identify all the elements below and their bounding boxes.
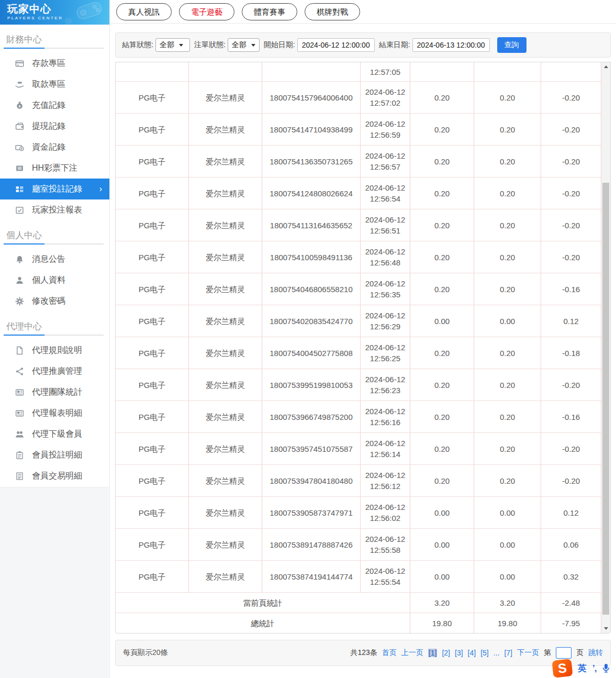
page-link-3[interactable]: [3] [455,649,463,657]
page-summary-label: 當前頁統計 [116,593,410,613]
sidebar-item[interactable]: 代理規則說明 › [0,340,109,361]
order-status-select[interactable]: 全部 [228,38,260,52]
sidebar-item[interactable]: 個人資料 › [0,270,109,291]
first-page-link[interactable]: 首页 [382,648,397,658]
scrollbar-thumb[interactable] [602,183,609,615]
platform-cell: PG电子 [116,561,189,592]
sidebar-item[interactable]: 代理下級會員 › [0,424,109,444]
table-row: PG电子 爱尔兰精灵 1800754020835424770 2024-06-1… [116,305,601,337]
time-cell: 2024-06-1212:56:02 [361,497,410,528]
sidebar-item[interactable]: HH彩票下注 › [0,158,109,179]
platform-cell [116,62,189,81]
time-cell: 2024-06-1212:55:58 [361,529,410,560]
total-summary-winloss: -7.95 [541,613,601,633]
ime-language-indicator[interactable]: 英 [578,662,587,674]
valid-bet-cell [474,62,541,81]
sidebar-item[interactable]: 玩家投注報表 › [0,199,109,220]
sidebar-item[interactable]: 代理團隊統計 › [0,382,109,403]
prev-page-link[interactable]: 上一页 [401,648,423,658]
page-link-2[interactable]: [2] [442,649,450,657]
recharge-icon [15,101,24,110]
table-row: PG电子 爱尔兰精灵 1800754113164635652 2024-06-1… [116,209,601,241]
tab-board-games[interactable]: 棋牌對戰 [305,3,360,20]
bet-amount-cell: 0.00 [410,497,474,528]
sidebar-section-personal: 個人中心 消息公告 › 個人資料 › 修改密碼 › [0,229,109,312]
time-cell: 12:57:05 [361,62,410,81]
order-id-cell: 1800754100598491136 [262,241,361,273]
menu-list-agent: 代理規則說明 › 代理推廣管理 › 代理團隊統計 › 代理報表明細 › 代理下級… [0,340,109,486]
end-date-input[interactable] [412,38,490,52]
page-size-text: 每頁顯示20條 [123,648,168,658]
tab-sports[interactable]: 體育賽事 [242,3,297,20]
sidebar-item[interactable]: 提現記錄 › [0,116,109,137]
table-row: PG电子 爱尔兰精灵 1800754136350731265 2024-06-1… [116,146,601,177]
valid-bet-cell: 0.00 [474,561,541,592]
jump-button[interactable]: 跳转 [588,648,603,658]
time-cell: 2024-06-1212:56:35 [361,273,410,305]
platform-cell: PG电子 [116,114,189,145]
sidebar-item[interactable]: 取款專區 › [0,74,109,95]
total-summary-label: 總統計 [116,613,410,633]
microphone-icon[interactable] [602,663,610,673]
total-summary-row: 總統計 19.80 19.80 -7.95 [116,613,601,633]
bell-icon [15,254,24,264]
funds-icon [15,142,24,152]
sidebar-item-label: 代理報表明細 [32,408,82,419]
platform-cell: PG电子 [116,497,189,528]
page-link-1[interactable]: [1] [428,649,438,657]
cashout-icon [15,121,24,131]
sidebar-item-label: 消息公告 [32,254,65,265]
page-link-5[interactable]: [5] [480,649,489,657]
valid-bet-cell: 0.20 [474,82,541,113]
game-cell: 爱尔兰精灵 [189,465,262,496]
tab-live-video[interactable]: 真人視訊 [116,3,172,20]
time-cell: 2024-06-1212:56:12 [361,465,410,496]
winloss-cell: -0.16 [541,273,601,305]
sidebar-item[interactable]: 資金記錄 › [0,137,109,158]
sidebar-item[interactable]: 存款專區 › [0,53,109,74]
member-bets-icon [15,450,24,460]
sidebar-item[interactable]: 消息公告 › [0,249,109,270]
sidebar-item-label: 廳室投註記錄 [32,184,82,195]
total-summary-bet: 19.80 [410,613,474,633]
tab-electronic-games[interactable]: 電子遊藝 [179,3,234,20]
valid-bet-cell: 0.00 [474,305,541,337]
sidebar-item[interactable]: 充值記錄 › [0,95,109,116]
game-cell: 爱尔兰精灵 [189,337,262,369]
page-jump-input[interactable] [556,647,572,659]
end-date-label: 結束日期: [379,40,410,50]
bet-amount-cell: 0.20 [410,273,474,305]
sidebar-item[interactable]: 修改密碼 › [0,291,109,312]
start-date-input[interactable] [297,38,375,52]
sidebar-item[interactable]: 代理報表明細 › [0,403,109,424]
sidebar-item-label: 資金記錄 [32,142,65,153]
page-link-7[interactable]: [7] [504,649,512,657]
page-link-4[interactable]: [4] [468,649,476,657]
sidebar-item-label: 玩家投注報表 [32,205,82,216]
ime-toolbar: S 英 ’, [553,660,616,677]
scroll-up-arrow[interactable] [601,62,610,71]
gamepad-icon [61,1,106,24]
chevron-down-icon [251,44,255,47]
settle-status-select[interactable]: 全部 [155,38,190,52]
next-page-link[interactable]: 下一页 [517,648,539,658]
winloss-cell: -0.18 [541,337,601,369]
time-cell: 2024-06-1212:57:02 [361,82,410,113]
scroll-down-arrow[interactable] [601,624,610,633]
sidebar-item[interactable]: 會員投註明細 › [0,444,109,465]
search-button[interactable]: 查詢 [497,37,527,53]
sidebar-item[interactable]: 代理推廣管理 › [0,361,109,382]
platform-cell: PG电子 [116,146,189,177]
game-cell: 爱尔兰精灵 [189,241,262,273]
valid-bet-cell: 0.20 [474,369,541,401]
filter-bar: 結算狀態: 全部 注單狀態: 全部 開始日期: 結束日期: 查詢 [115,32,611,58]
sidebar-item[interactable]: 廳室投註記錄 › [0,179,109,199]
winloss-cell: -0.16 [541,401,601,432]
sidebar-item[interactable]: 會員交易明細 › [0,465,109,486]
order-id-cell: 1800753905873747971 [262,497,361,528]
sogou-ime-logo[interactable]: S [552,659,573,678]
table-row: PG电子 爱尔兰精灵 1800754100598491136 2024-06-1… [116,241,601,273]
vertical-scrollbar[interactable] [601,62,610,633]
valid-bet-cell: 0.20 [474,433,541,464]
ime-punctuation-indicator[interactable]: ’, [592,663,596,674]
